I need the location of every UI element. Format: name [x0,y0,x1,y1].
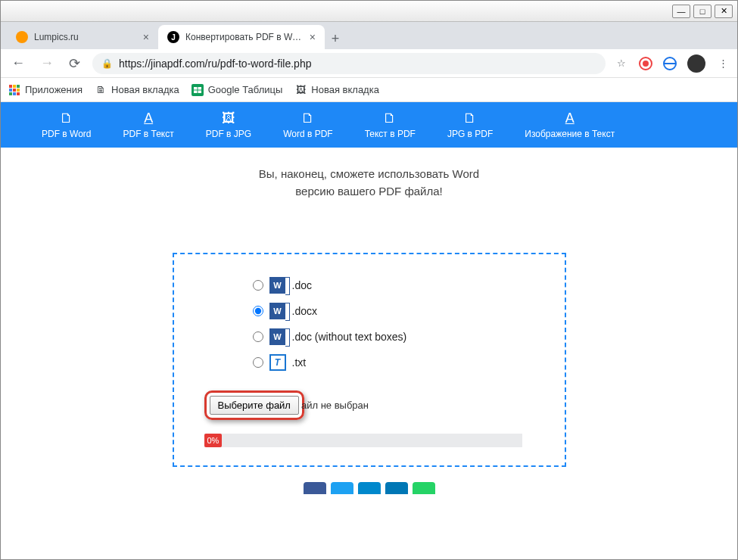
bookmark-newtab1[interactable]: 🗎 Новая вкладка [95,84,179,96]
menu-word-to-pdf[interactable]: 🗋Word в PDF [272,107,344,142]
file-button-highlight: Выберите файл [204,390,304,420]
svg-rect-8 [17,92,20,95]
close-tab-icon[interactable]: × [143,31,149,43]
url-input[interactable]: 🔒 https://jinapdf.com/ru/pdf-to-word-fil… [92,53,606,74]
radio-input[interactable] [253,357,263,368]
svg-rect-5 [17,89,20,92]
radio-input[interactable] [253,331,263,342]
menu-label: PDF в Word [42,129,92,139]
menu-label: JPG в PDF [447,129,493,139]
menu-image-to-text[interactable]: AИзображение в Текст [514,107,625,142]
new-tab-button[interactable]: + [325,28,346,49]
format-options: W.doc W.docx W.doc (without text boxes) … [253,277,542,371]
bookmark-apps[interactable]: Приложения [8,84,83,96]
svg-rect-0 [9,85,12,88]
menu-label: PDF в Текст [123,129,174,139]
social-whatsapp[interactable] [413,482,435,494]
bookmark-label: Новая вкладка [111,84,179,95]
bookmarks-bar: Приложения 🗎 Новая вкладка Google Таблиц… [1,78,737,102]
format-label: .docx [292,305,317,317]
menu-label: Word в PDF [283,129,333,139]
bookmark-label: Новая вкладка [311,84,379,95]
svg-rect-2 [17,85,20,88]
svg-rect-4 [13,89,16,92]
menu-button[interactable]: ⋮ [716,57,730,70]
upload-dropzone: W.doc W.docx W.doc (without text boxes) … [173,253,566,467]
close-tab-icon[interactable]: × [310,31,316,43]
progress-bar: 0% [204,434,522,447]
favicon-icon [16,31,28,43]
image-icon: 🖼 [222,110,235,126]
favicon-icon: J [167,31,179,43]
progress-value: 0% [204,434,223,447]
sheets-icon [192,84,204,96]
social-buttons [1,482,737,494]
globe-extension-icon[interactable] [663,57,677,70]
menu-jpg-to-pdf[interactable]: 🗋JPG в PDF [437,107,503,142]
file-icon: 🗋 [301,110,315,126]
text-underline-icon: A [565,110,575,126]
profile-avatar[interactable] [687,54,705,73]
menu-pdf-to-text[interactable]: APDF в Текст [113,107,185,142]
page-icon: 🗎 [95,84,107,96]
reload-button[interactable]: ⟳ [66,52,83,75]
maximize-button[interactable]: □ [693,5,712,18]
apps-icon [8,84,20,96]
word-icon: W [269,277,286,294]
format-docx[interactable]: W.docx [253,303,542,319]
social-facebook[interactable] [304,482,326,494]
file-picker-row: Выберите файл айл не выбран [204,390,542,420]
window-titlebar: — □ ✕ [1,1,737,22]
word-icon: W [269,303,286,319]
forward-button[interactable]: → [37,52,57,74]
svg-rect-6 [9,92,12,95]
svg-rect-7 [13,92,16,95]
social-twitter[interactable] [331,482,353,494]
close-window-button[interactable]: ✕ [715,5,733,18]
file-status-text: айл не выбран [301,400,369,411]
text-underline-icon: A [144,110,153,126]
format-doc-noboxes[interactable]: W.doc (without text boxes) [253,328,542,345]
menu-label: Текст в PDF [365,129,416,139]
minimize-button[interactable]: — [672,5,690,18]
tab-title: Lumpics.ru [34,32,137,42]
address-bar: ← → ⟳ 🔒 https://jinapdf.com/ru/pdf-to-wo… [1,49,737,78]
opera-extension-icon[interactable] [639,57,652,70]
tab-jinapdf[interactable]: J Конвертировать PDF в Word - P × [158,25,325,49]
tab-strip: Lumpics.ru × J Конвертировать PDF в Word… [1,22,737,49]
image-icon: 🖼 [294,84,307,96]
text-icon: T [269,354,286,371]
radio-input[interactable] [253,306,263,316]
tab-title: Конвертировать PDF в Word - P [185,32,304,42]
format-label: .doc (without text boxes) [292,331,407,343]
star-icon[interactable]: ☆ [615,57,628,70]
tab-lumpics[interactable]: Lumpics.ru × [7,25,158,49]
menu-pdf-to-word[interactable]: 🗋PDF в Word [31,107,102,142]
bookmark-label: Google Таблицы [208,84,283,95]
menu-text-to-pdf[interactable]: 🗋Текст в PDF [354,107,426,142]
format-txt[interactable]: T.txt [253,354,542,371]
social-linkedin[interactable] [385,482,408,494]
back-button[interactable]: ← [8,52,28,74]
file-icon: 🗋 [463,110,477,126]
word-icon: W [269,328,286,345]
format-label: .doc [292,279,312,291]
choose-file-button[interactable]: Выберите файл [210,396,299,415]
social-telegram[interactable] [358,482,381,494]
menu-label: Изображение в Текст [525,129,615,139]
page-subtitle: Вы, наконец, сможете использовать Word в… [1,166,737,200]
bookmark-newtab2[interactable]: 🖼 Новая вкладка [294,84,379,96]
page-content: 🗋PDF в Word APDF в Текст 🖼PDF в JPG 🗋Wor… [1,102,737,560]
format-label: .txt [292,356,307,369]
bookmark-sheets[interactable]: Google Таблицы [192,84,283,96]
lock-icon: 🔒 [101,58,113,69]
menu-pdf-to-jpg[interactable]: 🖼PDF в JPG [195,107,262,142]
format-doc[interactable]: W.doc [253,277,542,294]
svg-rect-3 [9,89,12,92]
file-icon: 🗋 [60,110,73,126]
menu-label: PDF в JPG [206,129,251,139]
url-text: https://jinapdf.com/ru/pdf-to-word-file.… [119,58,311,70]
radio-input[interactable] [253,280,263,291]
bookmark-label: Приложения [25,84,83,95]
file-icon: 🗋 [383,110,397,126]
